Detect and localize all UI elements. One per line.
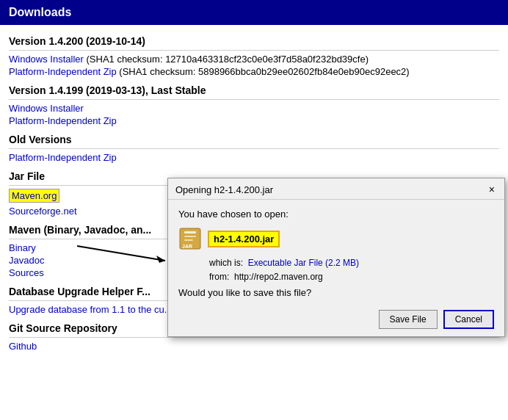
downloads-title: Downloads bbox=[9, 6, 71, 18]
cancel-button[interactable]: Cancel bbox=[443, 310, 494, 329]
svg-rect-4 bbox=[184, 236, 196, 237]
dialog-title: Opening h2-1.4.200.jar bbox=[175, 184, 273, 195]
github-link[interactable]: Github bbox=[9, 341, 499, 352]
file-row: JAR h2-1.4.200.jar bbox=[178, 227, 494, 250]
old-versions-zip-link[interactable]: Platform-Independent Zip bbox=[9, 152, 499, 163]
maven-org-link[interactable]: Maven.org bbox=[9, 189, 59, 203]
dialog-titlebar: Opening h2-1.4.200.jar × bbox=[168, 178, 504, 200]
file-details: which is: Executable Jar File (2.2 MB) f… bbox=[209, 256, 494, 284]
jar-file-icon: JAR bbox=[178, 227, 202, 250]
section-version2: Version 1.4.199 (2019-03-13), Last Stabl… bbox=[9, 84, 499, 100]
section-version1: Version 1.4.200 (2019-10-14) bbox=[9, 35, 499, 51]
save-file-button[interactable]: Save File bbox=[379, 310, 438, 329]
file-name-label: h2-1.4.200.jar bbox=[208, 231, 280, 247]
file-open-dialog: Opening h2-1.4.200.jar × You have chosen… bbox=[167, 178, 505, 337]
svg-rect-5 bbox=[184, 239, 193, 241]
from-label: from: bbox=[209, 272, 229, 282]
windows-installer-v200-line: Windows Installer (SHA1 checksum: 12710a… bbox=[9, 54, 499, 65]
section-oldversions: Old Versions bbox=[9, 134, 499, 149]
from-value: http://repo2.maven.org bbox=[234, 272, 323, 282]
maven-org-highlight: Maven.org bbox=[9, 189, 59, 203]
svg-rect-3 bbox=[184, 231, 196, 233]
dialog-question: Would you like to save this file? bbox=[178, 287, 494, 298]
which-is-label: which is: bbox=[209, 258, 243, 268]
windows-installer-v200-link[interactable]: Windows Installer bbox=[9, 54, 84, 65]
checksum-v200-zip: (SHA1 checksum: 5898966bbca0b29ee02602fb… bbox=[117, 66, 410, 77]
checksum-v200-win: (SHA1 checksum: 12710a463318cf23c0e0e3f7… bbox=[84, 54, 369, 65]
windows-installer-v199-link[interactable]: Windows Installer bbox=[9, 103, 499, 114]
exe-jar-link[interactable]: Executable Jar File (2.2 MB) bbox=[248, 258, 359, 268]
page-container: Downloads Version 1.4.200 (2019-10-14) W… bbox=[0, 0, 508, 420]
platform-zip-v200-link[interactable]: Platform-Independent Zip bbox=[9, 66, 117, 77]
platform-zip-v200-line: Platform-Independent Zip (SHA1 checksum:… bbox=[9, 66, 499, 77]
platform-zip-v199-link[interactable]: Platform-Independent Zip bbox=[9, 115, 499, 126]
dialog-body: You have chosen to open: JAR h2-1.4.200.… bbox=[168, 200, 504, 336]
dialog-close-button[interactable]: × bbox=[485, 183, 498, 196]
downloads-header: Downloads bbox=[0, 0, 508, 25]
from-line: from: http://repo2.maven.org bbox=[209, 270, 494, 284]
which-is-line: which is: Executable Jar File (2.2 MB) bbox=[209, 256, 494, 270]
dialog-buttons: Save File Cancel bbox=[178, 307, 494, 329]
dialog-body-text: You have chosen to open: bbox=[178, 209, 494, 220]
svg-text:JAR: JAR bbox=[182, 244, 192, 249]
